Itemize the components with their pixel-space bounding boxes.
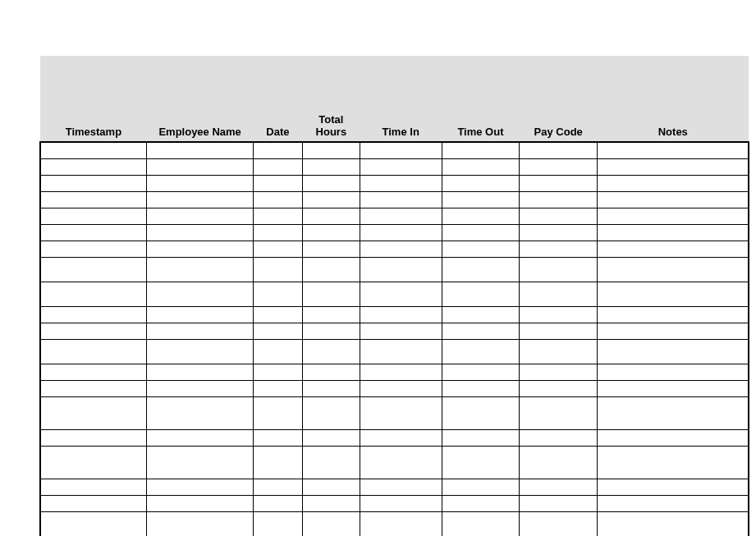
cell-timestamp: [40, 339, 147, 364]
cell-time-out: [442, 380, 520, 396]
table-row: [40, 208, 749, 224]
cell-time-in: [360, 306, 442, 323]
cell-total-hours: [302, 208, 360, 224]
cell-total-hours: [302, 282, 360, 306]
cell-time-out: [442, 142, 520, 158]
cell-employee-name: [147, 208, 254, 224]
cell-time-in: [360, 380, 442, 396]
cell-pay-code: [520, 511, 598, 536]
cell-timestamp: [40, 282, 147, 306]
cell-timestamp: [40, 306, 147, 323]
cell-timestamp: [40, 142, 147, 158]
table-row: [40, 446, 749, 479]
cell-timestamp: [40, 175, 147, 191]
header-time-in: Time In: [360, 56, 442, 142]
cell-time-out: [442, 396, 520, 429]
cell-total-hours: [302, 364, 360, 380]
cell-date: [254, 396, 303, 429]
cell-pay-code: [520, 282, 598, 306]
cell-time-out: [442, 208, 520, 224]
table-row: [40, 158, 749, 175]
cell-date: [254, 479, 303, 495]
cell-date: [254, 364, 303, 380]
timesheet-table: Timestamp Employee Name Date TotalHours …: [39, 56, 749, 536]
header-date: Date: [254, 56, 303, 142]
cell-pay-code: [520, 339, 598, 364]
cell-date: [254, 191, 303, 208]
cell-time-out: [442, 323, 520, 339]
cell-total-hours: [302, 257, 360, 282]
cell-time-out: [442, 479, 520, 495]
cell-notes: [598, 495, 749, 511]
cell-employee-name: [147, 257, 254, 282]
cell-timestamp: [40, 241, 147, 257]
cell-time-in: [360, 257, 442, 282]
table-row: [40, 380, 749, 396]
cell-timestamp: [40, 429, 147, 446]
cell-date: [254, 495, 303, 511]
cell-date: [254, 224, 303, 241]
cell-total-hours: [302, 224, 360, 241]
table-row: [40, 257, 749, 282]
cell-employee-name: [147, 511, 254, 536]
cell-notes: [598, 323, 749, 339]
cell-pay-code: [520, 446, 598, 479]
cell-notes: [598, 306, 749, 323]
cell-notes: [598, 511, 749, 536]
cell-notes: [598, 257, 749, 282]
cell-timestamp: [40, 364, 147, 380]
cell-timestamp: [40, 158, 147, 175]
cell-timestamp: [40, 191, 147, 208]
cell-timestamp: [40, 446, 147, 479]
cell-time-in: [360, 429, 442, 446]
cell-employee-name: [147, 282, 254, 306]
cell-date: [254, 446, 303, 479]
cell-time-in: [360, 175, 442, 191]
header-employee-name: Employee Name: [147, 56, 254, 142]
cell-date: [254, 175, 303, 191]
cell-total-hours: [302, 323, 360, 339]
cell-total-hours: [302, 158, 360, 175]
table-row: [40, 224, 749, 241]
cell-date: [254, 339, 303, 364]
cell-employee-name: [147, 191, 254, 208]
cell-date: [254, 158, 303, 175]
cell-pay-code: [520, 224, 598, 241]
cell-date: [254, 282, 303, 306]
cell-total-hours: [302, 479, 360, 495]
cell-pay-code: [520, 257, 598, 282]
cell-notes: [598, 224, 749, 241]
cell-notes: [598, 396, 749, 429]
cell-date: [254, 142, 303, 158]
cell-date: [254, 323, 303, 339]
table-row: [40, 364, 749, 380]
header-time-out: Time Out: [442, 56, 520, 142]
header-pay-code: Pay Code: [520, 56, 598, 142]
cell-time-in: [360, 158, 442, 175]
cell-date: [254, 306, 303, 323]
cell-notes: [598, 429, 749, 446]
cell-employee-name: [147, 224, 254, 241]
table-row: [40, 282, 749, 306]
cell-time-out: [442, 495, 520, 511]
cell-notes: [598, 175, 749, 191]
cell-timestamp: [40, 224, 147, 241]
cell-employee-name: [147, 429, 254, 446]
cell-pay-code: [520, 396, 598, 429]
cell-time-in: [360, 224, 442, 241]
cell-notes: [598, 479, 749, 495]
timesheet-document: Timestamp Employee Name Date TotalHours …: [0, 56, 756, 536]
table-row: [40, 479, 749, 495]
cell-date: [254, 429, 303, 446]
cell-employee-name: [147, 446, 254, 479]
cell-date: [254, 257, 303, 282]
header-timestamp: Timestamp: [40, 56, 147, 142]
cell-employee-name: [147, 495, 254, 511]
cell-employee-name: [147, 380, 254, 396]
cell-time-in: [360, 511, 442, 536]
cell-pay-code: [520, 323, 598, 339]
cell-pay-code: [520, 380, 598, 396]
cell-time-in: [360, 191, 442, 208]
cell-time-in: [360, 323, 442, 339]
cell-total-hours: [302, 446, 360, 479]
